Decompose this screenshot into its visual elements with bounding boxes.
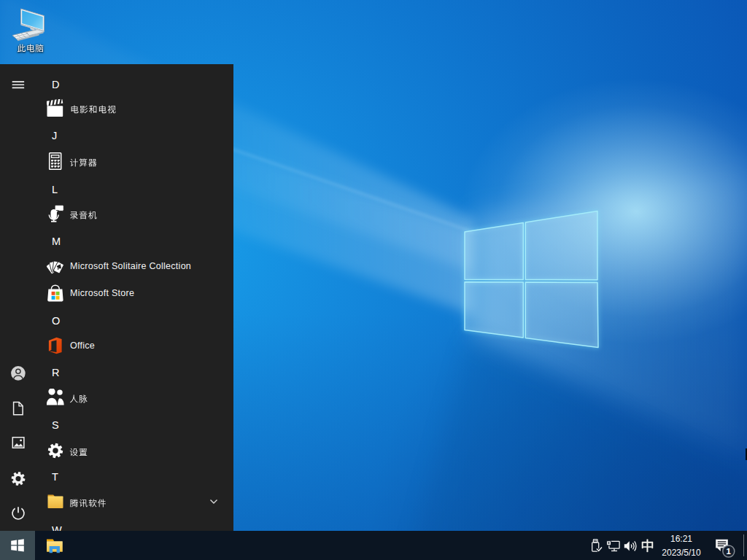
svg-text:1: 1	[727, 547, 732, 556]
